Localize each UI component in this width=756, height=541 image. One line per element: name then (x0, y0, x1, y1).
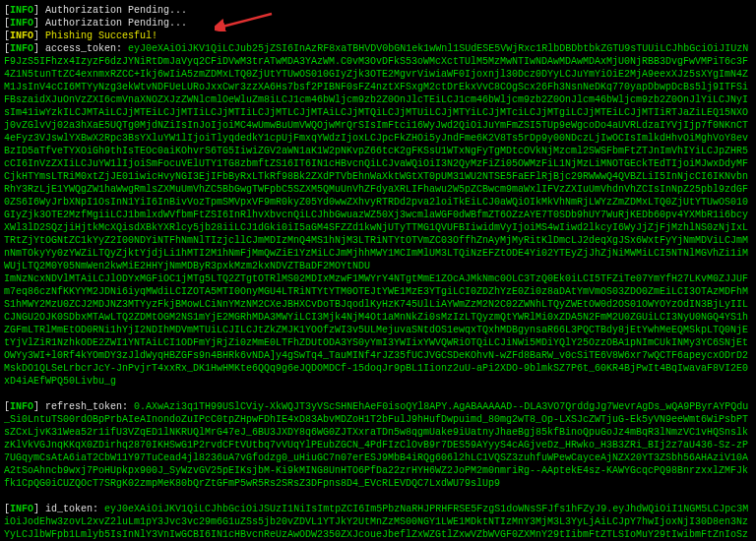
log-line: [INFO] Phishing Succesful! (4, 30, 752, 42)
log-message: Phishing Succesful! (45, 30, 158, 41)
log-line: [INFO] Authorization Pending... (4, 17, 752, 30)
log-level-label: INFO (10, 18, 33, 29)
token-continuation: ImNzNcxNDVlMTAiLCJlODYxMGFiOC1jMTg5LTQ2Z… (4, 272, 752, 388)
log-level-label: INFO (10, 30, 33, 41)
blank-line (4, 490, 752, 503)
log-line: [INFO] refresh_token: 0.AXwAzi3q1TH99USl… (4, 400, 752, 490)
log-level-label: INFO (10, 43, 33, 54)
token-key: refresh_token (45, 401, 122, 412)
log-level-label: INFO (10, 504, 33, 514)
log-level-label: INFO (10, 401, 33, 412)
log-message: Authorization Pending... (45, 5, 187, 16)
token-value: eyJ0eXAiOiJKV1QiLCJhbGciOiJSUzI1NiIsImtp… (4, 504, 748, 541)
token-key: id_token (45, 504, 93, 514)
blank-line (4, 388, 752, 400)
token-value: ImNzNcxNDVlMTAiLCJlODYxMGFiOC1jMTg5LTQ2Z… (4, 273, 748, 387)
terminal-output: [INFO] Authorization Pending...[INFO] Au… (4, 4, 752, 541)
token-value: eyJ0eXAiOiJKV1QiLCJub25jZSI6InAzRF8xaTBH… (4, 43, 748, 271)
log-line: [INFO] access_token: eyJ0eXAiOiJKV1QiLCJ… (4, 42, 752, 272)
token-key: access_token (45, 43, 116, 54)
log-level-label: INFO (10, 5, 33, 16)
log-message: Authorization Pending... (45, 18, 187, 29)
log-line: [INFO] Authorization Pending... (4, 4, 752, 17)
token-value: 0.AXwAzi3q1TH99USlCViy-XkWQJT3yVScSHNEhA… (4, 401, 748, 489)
log-line: [INFO] id_token: eyJ0eXAiOiJKV1QiLCJhbGc… (4, 503, 752, 541)
